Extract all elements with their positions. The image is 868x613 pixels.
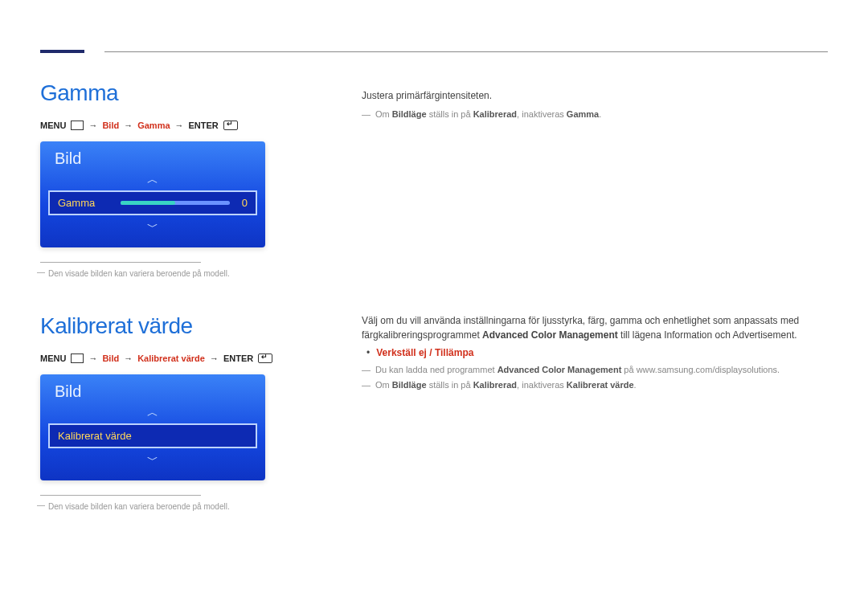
kalibrerat-section: Kalibrerat värde MENU → Bild → Kalibrera…	[40, 313, 313, 511]
osd-row-value: 0	[236, 197, 248, 209]
dash-icon: ―	[362, 108, 371, 122]
note-text: Om Bildläge ställs in på Kalibrerad, ina…	[375, 378, 637, 393]
slider-fill	[121, 201, 175, 205]
enter-icon	[258, 353, 272, 363]
arrow-icon: →	[124, 121, 133, 130]
footnote: Den visade bilden kan variera beroende p…	[40, 502, 313, 511]
osd-panel-gamma: Bild ︿ Gamma 0 ﹀	[40, 141, 265, 247]
section-title-gamma: Gamma	[40, 80, 313, 106]
left-column: Gamma MENU → Bild → Gamma → ENTER Bild ︿…	[40, 80, 313, 511]
menu-path-kalibrerat: MENU → Bild → Kalibrerat värde → ENTER	[40, 353, 313, 363]
osd-row-gamma[interactable]: Gamma 0	[48, 190, 257, 215]
menu-label: MENU	[40, 353, 66, 363]
chevron-up-icon[interactable]: ︿	[40, 406, 265, 419]
note-text: Om Bildläge ställs in på Kalibrerad, ina…	[375, 108, 601, 122]
enter-icon	[223, 121, 238, 130]
arrow-icon: →	[175, 121, 184, 130]
dash-icon: ―	[362, 363, 371, 378]
option-values: Verkställ ej / Tillämpa	[376, 347, 473, 358]
osd-row-kalibrerat[interactable]: Kalibrerat värde	[48, 423, 257, 448]
header-rule	[104, 51, 828, 52]
header-accent-bar	[40, 50, 84, 53]
footnote: Den visade bilden kan variera beroende p…	[40, 269, 313, 278]
path-segment: Gamma	[137, 121, 170, 130]
osd-panel-kalibrerat: Bild ︿ Kalibrerat värde ﹀	[40, 374, 265, 480]
body-text: Välj om du vill använda inställningarna …	[362, 313, 828, 342]
note-text: Du kan ladda ned programmet Advanced Col…	[375, 363, 780, 378]
gamma-slider[interactable]	[121, 201, 230, 205]
page-content: Gamma MENU → Bild → Gamma → ENTER Bild ︿…	[40, 80, 828, 511]
menu-icon	[71, 353, 84, 363]
arrow-icon: →	[210, 353, 219, 363]
dash-icon: ―	[362, 378, 371, 393]
enter-label: ENTER	[189, 121, 219, 130]
body-text: Justera primärfärgintensiteten.	[362, 88, 828, 103]
menu-label: MENU	[40, 121, 66, 130]
osd-row-label: Gamma	[58, 197, 114, 209]
right-column: Justera primärfärgintensiteten. ― Om Bil…	[362, 80, 828, 511]
path-segment: Kalibrerat värde	[137, 353, 205, 363]
kalibrerat-description: Välj om du vill använda inställningarna …	[362, 313, 828, 393]
divider	[40, 495, 201, 496]
osd-title: Bild	[40, 374, 265, 406]
path-segment: Bild	[102, 121, 119, 130]
bullet-icon: •	[366, 347, 370, 358]
menu-icon	[71, 121, 84, 130]
chevron-down-icon[interactable]: ﹀	[40, 220, 265, 233]
arrow-icon: →	[88, 121, 97, 130]
menu-path-gamma: MENU → Bild → Gamma → ENTER	[40, 121, 313, 130]
gamma-section: Gamma MENU → Bild → Gamma → ENTER Bild ︿…	[40, 80, 313, 278]
chevron-up-icon[interactable]: ︿	[40, 173, 265, 186]
divider	[40, 262, 201, 263]
enter-label: ENTER	[223, 353, 253, 363]
note-line: ― Om Bildläge ställs in på Kalibrerad, i…	[362, 378, 828, 393]
note-line: ― Om Bildläge ställs in på Kalibrerad, i…	[362, 108, 828, 122]
section-title-kalibrerat: Kalibrerat värde	[40, 313, 313, 339]
gamma-description: Justera primärfärgintensiteten. ― Om Bil…	[362, 88, 828, 122]
chevron-down-icon[interactable]: ﹀	[40, 453, 265, 466]
path-segment: Bild	[102, 353, 119, 363]
osd-title: Bild	[40, 141, 265, 173]
note-line: ― Du kan ladda ned programmet Advanced C…	[362, 363, 828, 378]
bullet-line: • Verkställ ej / Tillämpa	[366, 347, 828, 358]
arrow-icon: →	[88, 353, 97, 363]
arrow-icon: →	[124, 353, 133, 363]
osd-row-label: Kalibrerat värde	[58, 430, 248, 442]
